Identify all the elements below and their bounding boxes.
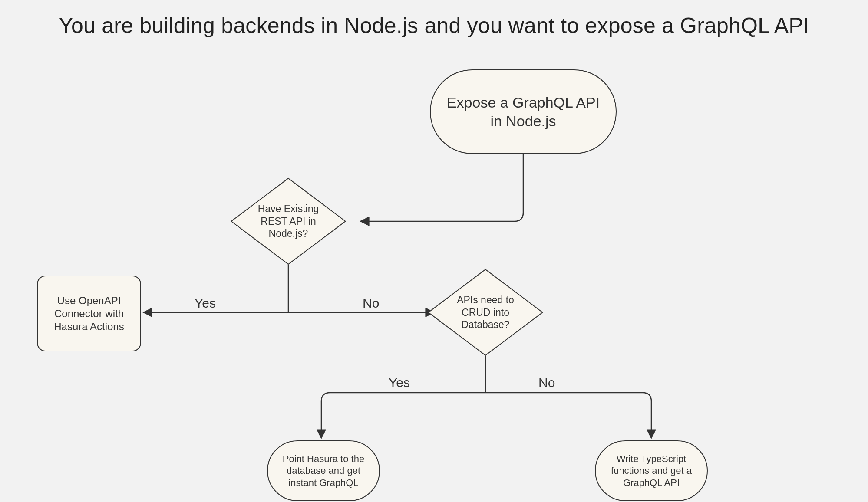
node-decision-crud-label: APIs need to CRUD into Database? <box>454 292 517 333</box>
node-start-label: Expose a GraphQL API in Node.js <box>444 92 602 132</box>
page-title: You are building backends in Node.js and… <box>0 13 868 38</box>
text: functions and get a <box>611 465 692 476</box>
node-decision-rest-label: Have Existing REST API in Node.js? <box>255 201 322 242</box>
text: Expose a GraphQL API <box>447 94 600 111</box>
edge-label-crud-yes: Yes <box>389 375 410 390</box>
edge-label-rest-yes: Yes <box>195 296 216 311</box>
node-decision-crud: APIs need to CRUD into Database? <box>434 273 537 351</box>
text: APIs need to <box>457 294 514 305</box>
text: Database? <box>461 319 509 330</box>
text: Have Existing <box>258 203 319 214</box>
diagram-canvas: You are building backends in Node.js and… <box>0 0 868 502</box>
node-point-hasura: Point Hasura to the database and get ins… <box>267 440 380 501</box>
text: Connector with <box>54 308 124 319</box>
text: Hasura Actions <box>54 321 124 332</box>
text: Write TypeScript <box>617 453 686 464</box>
node-use-openapi: Use OpenAPI Connector with Hasura Action… <box>37 276 141 351</box>
node-write-ts-label: Write TypeScript functions and get a Gra… <box>608 451 694 491</box>
edge-start-to-rest <box>360 153 523 221</box>
node-decision-rest: Have Existing REST API in Node.js? <box>237 182 340 260</box>
node-start: Expose a GraphQL API in Node.js <box>430 69 617 154</box>
node-point-hasura-label: Point Hasura to the database and get ins… <box>280 451 367 491</box>
edge-crud-yes <box>321 393 485 438</box>
text: in Node.js <box>490 113 556 129</box>
text: Node.js? <box>269 228 308 239</box>
text: REST API in <box>261 216 316 227</box>
edges-layer <box>0 0 868 502</box>
node-write-ts: Write TypeScript functions and get a Gra… <box>595 440 708 501</box>
edge-label-rest-no: No <box>363 296 379 311</box>
text: database and get <box>287 465 360 476</box>
text: CRUD into <box>462 307 509 318</box>
edge-label-crud-no: No <box>538 375 555 390</box>
text: Point Hasura to the <box>283 453 364 464</box>
text: Use OpenAPI <box>57 295 121 306</box>
edge-crud-no <box>485 393 651 438</box>
text: instant GraphQL <box>288 477 358 488</box>
text: GraphQL API <box>623 477 680 488</box>
node-use-openapi-label: Use OpenAPI Connector with Hasura Action… <box>51 292 126 335</box>
